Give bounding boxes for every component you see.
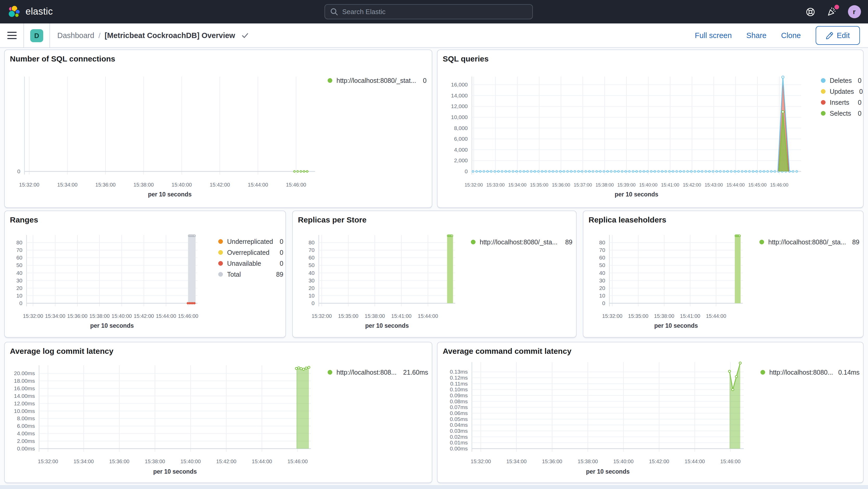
- svg-text:12,000: 12,000: [451, 103, 468, 109]
- svg-text:40: 40: [17, 270, 22, 276]
- svg-text:per 10 seconds: per 10 seconds: [586, 468, 629, 475]
- svg-text:80: 80: [17, 239, 22, 245]
- svg-text:per 10 seconds: per 10 seconds: [153, 468, 197, 475]
- svg-text:15:34:00: 15:34:00: [57, 182, 78, 188]
- replicas-per-store-chart: 15:32:0015:35:0015:38:0015:41:0015:44:00…: [293, 211, 577, 338]
- svg-text:15:32:00: 15:32:00: [311, 313, 332, 319]
- svg-text:15:44:00: 15:44:00: [726, 182, 745, 188]
- edit-button[interactable]: Edit: [815, 26, 860, 45]
- svg-text:15:44:00: 15:44:00: [156, 313, 176, 319]
- svg-text:15:42:00: 15:42:00: [216, 459, 237, 464]
- help-icon[interactable]: [806, 7, 815, 17]
- panel-average-log-commit-latency: Average log commit latency http://localh…: [4, 342, 432, 483]
- svg-text:0.08ms: 0.08ms: [450, 398, 468, 404]
- menu-icon[interactable]: [7, 32, 17, 39]
- clone-button[interactable]: Clone: [781, 31, 801, 40]
- svg-text:80: 80: [309, 239, 315, 245]
- svg-text:15:43:00: 15:43:00: [705, 182, 723, 188]
- svg-text:14,000: 14,000: [451, 92, 468, 98]
- full-screen-button[interactable]: Full screen: [695, 31, 732, 40]
- svg-text:0.13ms: 0.13ms: [450, 369, 468, 375]
- svg-text:15:44:00: 15:44:00: [706, 313, 726, 319]
- svg-text:80: 80: [599, 239, 605, 245]
- panel-replica-leaseholders: Replica leaseholders http://localhost:80…: [583, 211, 864, 338]
- svg-text:10: 10: [309, 293, 315, 299]
- ranges-chart: 15:32:0015:34:0015:36:0015:38:0015:40:00…: [5, 211, 286, 338]
- space-badge[interactable]: D: [30, 29, 43, 42]
- log-commit-latency-chart: 15:32:0015:34:0015:36:0015:38:0015:40:00…: [5, 342, 433, 484]
- svg-text:0.00ms: 0.00ms: [17, 446, 35, 452]
- kibana-app: elastic: [0, 0, 868, 489]
- svg-text:15:38:00: 15:38:00: [596, 182, 614, 188]
- page-title: [Metricbeat CockroachDB] Overview: [105, 31, 235, 40]
- svg-text:15:45:00: 15:45:00: [748, 182, 767, 188]
- panel-ranges: Ranges Underreplicated0Overreplicated0Un…: [4, 211, 286, 338]
- svg-text:15:35:00: 15:35:00: [530, 182, 548, 188]
- svg-text:30: 30: [599, 277, 605, 283]
- svg-text:16,000: 16,000: [451, 82, 468, 88]
- user-avatar[interactable]: r: [848, 5, 861, 18]
- svg-text:15:34:00: 15:34:00: [508, 182, 527, 188]
- svg-text:15:38:00: 15:38:00: [133, 182, 154, 188]
- svg-text:2.00ms: 2.00ms: [17, 438, 35, 444]
- divider: [50, 23, 50, 48]
- svg-text:15:32:00: 15:32:00: [38, 459, 58, 464]
- search-icon: [330, 8, 338, 16]
- svg-text:15:44:00: 15:44:00: [248, 182, 268, 188]
- newsfeed-icon[interactable]: [826, 7, 836, 17]
- breadcrumb-separator: /: [98, 31, 100, 40]
- svg-text:0.11ms: 0.11ms: [450, 380, 468, 387]
- svg-text:15:35:00: 15:35:00: [338, 313, 358, 319]
- svg-text:50: 50: [17, 262, 22, 268]
- dashboard-grid: Number of SQL connections http://localho…: [0, 48, 868, 489]
- svg-text:70: 70: [309, 247, 315, 253]
- svg-text:30: 30: [17, 277, 22, 283]
- svg-text:15:36:00: 15:36:00: [552, 182, 570, 188]
- svg-text:50: 50: [599, 262, 605, 268]
- elastic-home-link[interactable]: elastic: [7, 5, 53, 19]
- svg-text:0.02ms: 0.02ms: [450, 434, 468, 440]
- breadcrumb-dashboard[interactable]: Dashboard: [57, 31, 94, 40]
- panel-sql-queries: SQL queries Deletes0Updates0Inserts0Sele…: [437, 50, 864, 208]
- svg-text:0.07ms: 0.07ms: [450, 404, 468, 410]
- svg-text:8,000: 8,000: [454, 125, 468, 131]
- sql-queries-chart: 15:32:0015:33:0015:34:0015:35:0015:36:00…: [437, 50, 864, 208]
- panel-average-command-commit-latency: Average command commit latency http://lo…: [437, 342, 864, 483]
- svg-text:10.00ms: 10.00ms: [14, 408, 35, 414]
- svg-text:15:34:00: 15:34:00: [506, 459, 527, 464]
- svg-text:15:35:00: 15:35:00: [628, 313, 648, 319]
- svg-text:0.01ms: 0.01ms: [450, 439, 468, 446]
- global-search[interactable]: [324, 4, 533, 19]
- svg-text:8.00ms: 8.00ms: [17, 415, 35, 421]
- svg-text:15:38:00: 15:38:00: [654, 313, 674, 319]
- svg-text:per 10 seconds: per 10 seconds: [654, 322, 698, 329]
- svg-text:0.05ms: 0.05ms: [450, 416, 468, 422]
- svg-text:0.12ms: 0.12ms: [450, 375, 468, 380]
- svg-text:15:42:00: 15:42:00: [133, 313, 154, 319]
- svg-text:18.00ms: 18.00ms: [14, 378, 35, 384]
- svg-text:10: 10: [17, 293, 22, 299]
- top-navigation-bar: elastic: [0, 0, 868, 24]
- svg-text:15:32:00: 15:32:00: [465, 182, 483, 188]
- svg-text:0: 0: [465, 168, 468, 174]
- svg-text:15:36:00: 15:36:00: [109, 459, 129, 464]
- svg-text:60: 60: [599, 254, 605, 261]
- svg-text:15:40:00: 15:40:00: [112, 313, 132, 319]
- svg-text:15:40:00: 15:40:00: [639, 182, 657, 188]
- notification-dot: [834, 5, 839, 9]
- svg-text:50: 50: [309, 262, 315, 268]
- panel-number-of-sql-connections: Number of SQL connections http://localho…: [4, 50, 432, 208]
- svg-text:15:34:00: 15:34:00: [45, 313, 65, 319]
- replica-leaseholders-chart: 15:32:0015:35:0015:38:0015:41:0015:44:00…: [583, 211, 864, 338]
- svg-text:per 10 seconds: per 10 seconds: [148, 191, 191, 198]
- svg-text:40: 40: [309, 270, 315, 276]
- saved-check-icon[interactable]: [242, 33, 249, 38]
- svg-text:15:44:00: 15:44:00: [685, 459, 705, 464]
- brand-name: elastic: [26, 6, 53, 17]
- svg-text:10: 10: [599, 293, 605, 299]
- search-input[interactable]: [342, 8, 527, 16]
- svg-text:0: 0: [602, 300, 605, 306]
- dashboard-actions: Full screen Share Clone Edit: [695, 26, 868, 45]
- svg-text:15:40:00: 15:40:00: [613, 459, 633, 464]
- share-button[interactable]: Share: [746, 31, 767, 40]
